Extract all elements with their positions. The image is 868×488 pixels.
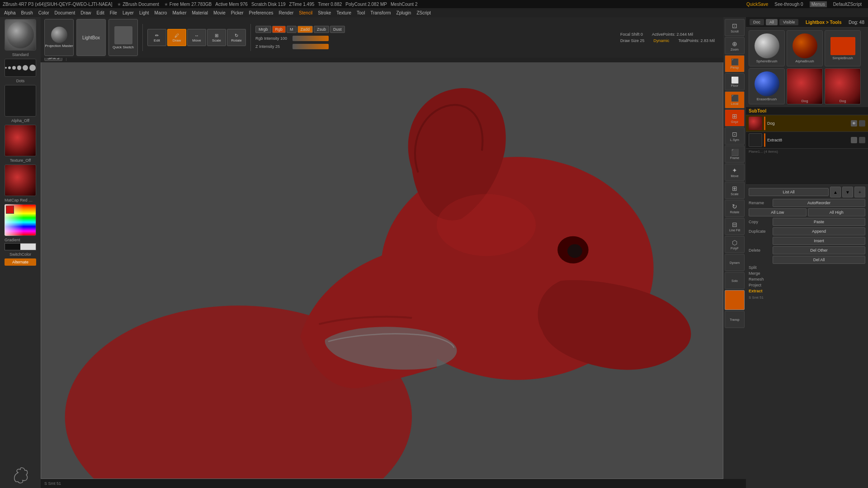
- texture-preview[interactable]: [5, 125, 36, 156]
- m-button[interactable]: M: [287, 26, 297, 33]
- subtool-eye-icon[interactable]: 👁: [851, 120, 857, 127]
- menu-macro[interactable]: Macro: [152, 10, 170, 16]
- zadd-button[interactable]: Zadd: [297, 26, 313, 33]
- z-intensity-slider[interactable]: [292, 44, 329, 49]
- orange-preview-button[interactable]: [725, 290, 745, 310]
- del-other-button[interactable]: Del Other: [773, 246, 865, 254]
- all-tab[interactable]: All: [766, 19, 778, 25]
- gxyz-button[interactable]: ⊞ Gxyz: [725, 109, 745, 127]
- menu-render[interactable]: Render: [277, 10, 296, 16]
- sphere-brush-item[interactable]: SphereBrush: [749, 30, 785, 66]
- menu-document[interactable]: Document: [52, 10, 78, 16]
- line-fill-button[interactable]: ⊟ Line Fill: [725, 218, 745, 235]
- all-high-button[interactable]: All High: [808, 208, 866, 216]
- transp-button[interactable]: Transp: [725, 311, 745, 328]
- dog-thumb-1[interactable]: Dog: [787, 68, 823, 104]
- menu-tool[interactable]: Tool: [354, 10, 367, 16]
- menu-layer[interactable]: Layer: [120, 10, 136, 16]
- list-down-button[interactable]: ▼: [842, 187, 853, 197]
- floor-button[interactable]: ⬜ Floor: [725, 73, 745, 90]
- menu-picker[interactable]: Picker: [229, 10, 246, 16]
- menu-light[interactable]: Light: [137, 10, 151, 16]
- edit-button[interactable]: ✏ Edit: [147, 29, 166, 46]
- menu-brush[interactable]: Brush: [19, 10, 35, 16]
- separator: [142, 24, 143, 51]
- menu-zplugin[interactable]: Zplugin: [394, 10, 414, 16]
- menu-texture[interactable]: Texture: [334, 10, 354, 16]
- frame-button[interactable]: ⬛ Frame: [725, 145, 745, 163]
- dots-preview[interactable]: [5, 59, 36, 77]
- viewport[interactable]: [41, 58, 746, 479]
- eraser-brush-item[interactable]: EraserBrush: [749, 68, 785, 104]
- scroll-button[interactable]: ⊡ Scroll: [725, 19, 745, 36]
- scale-button[interactable]: ⊞ Scale: [207, 29, 226, 46]
- subtool-extract[interactable]: Extract8: [746, 132, 868, 149]
- menu-color[interactable]: Color: [36, 10, 52, 16]
- alternate-button[interactable]: Alternate: [5, 258, 36, 266]
- all-low-button[interactable]: All Low: [749, 208, 807, 216]
- quicksave-btn[interactable]: QuickSave: [746, 2, 768, 7]
- material-preview[interactable]: [5, 164, 36, 196]
- list-add-button[interactable]: +: [854, 187, 865, 197]
- subtool-dog[interactable]: Dog 👁: [746, 115, 868, 132]
- alpha-brush-item[interactable]: AlphaBrush: [787, 30, 823, 66]
- rotate-button[interactable]: ↻ Rotate: [227, 29, 246, 46]
- dynamic-label[interactable]: Dynamic: [654, 38, 670, 43]
- gradient-bar[interactable]: [5, 243, 36, 250]
- move-3d-button[interactable]: ✦ Move: [725, 164, 745, 181]
- see-through[interactable]: See-through 0: [774, 2, 803, 7]
- default-zscript[interactable]: DefaultZScript: [833, 2, 862, 7]
- doc-tab[interactable]: Doc: [750, 19, 764, 25]
- visible-tab[interactable]: Visible: [779, 19, 798, 25]
- paste-button[interactable]: Paste: [773, 218, 865, 226]
- dog-thumb-2[interactable]: Dog: [825, 68, 861, 104]
- solo-button[interactable]: Solo: [725, 272, 745, 289]
- zsub-button[interactable]: Zsub: [314, 26, 329, 33]
- menu-draw[interactable]: Draw: [78, 10, 93, 16]
- auto-reorder-button[interactable]: AutoReorder: [773, 199, 865, 207]
- subtool-extract-lock[interactable]: [859, 137, 865, 143]
- rgb-button[interactable]: Rgb: [272, 26, 286, 33]
- dynam-button[interactable]: Dynam: [725, 254, 745, 271]
- brush-preview[interactable]: [5, 19, 36, 51]
- menu-stencil[interactable]: Stencil: [297, 10, 315, 16]
- menu-alpha[interactable]: Alpha: [2, 10, 18, 16]
- insert-button[interactable]: Insert: [773, 237, 865, 245]
- zoom-button[interactable]: ⊕ Zoom: [725, 37, 745, 54]
- alpha-preview[interactable]: [5, 85, 36, 117]
- list-up-button[interactable]: ▲: [830, 187, 841, 197]
- simple-brush-item[interactable]: SimpleBrush: [825, 30, 861, 66]
- lsym-button[interactable]: ⊡ L.Sym: [725, 127, 745, 145]
- quick-sketch-button[interactable]: Quick Sketch: [108, 19, 138, 56]
- dust-button[interactable]: Dust: [330, 26, 345, 33]
- list-all-button[interactable]: List All: [749, 188, 829, 196]
- menu-stroke[interactable]: Stroke: [316, 10, 333, 16]
- append-button[interactable]: Append: [773, 227, 865, 235]
- color-picker[interactable]: [5, 204, 36, 236]
- menu-transform[interactable]: Transform: [368, 10, 393, 16]
- menu-marker[interactable]: Marker: [170, 10, 189, 16]
- menu-material[interactable]: Material: [190, 10, 211, 16]
- menu-zscript[interactable]: ZScript: [414, 10, 433, 16]
- subtool-dog-thumb: [749, 117, 762, 130]
- mrgb-button[interactable]: Mrgb: [255, 26, 271, 33]
- standard-label: Standard: [12, 52, 29, 57]
- persp-button[interactable]: ⬛ Persp: [725, 55, 745, 72]
- draw-button[interactable]: 🖊 Draw: [167, 29, 186, 46]
- move-button[interactable]: ↔ Move: [187, 29, 206, 46]
- local-button[interactable]: ⬛ Local: [725, 91, 745, 108]
- menu-edit[interactable]: Edit: [94, 10, 107, 16]
- subtool-extract-eye[interactable]: [851, 137, 857, 143]
- menu-file[interactable]: File: [108, 10, 119, 16]
- menus-btn[interactable]: Menus: [810, 1, 827, 7]
- lightbox-button[interactable]: LightBox: [76, 19, 106, 56]
- rgb-intensity-slider[interactable]: [292, 36, 329, 41]
- polyf-button[interactable]: ⬡ PolyF: [725, 236, 745, 253]
- menu-movie[interactable]: Movie: [211, 10, 228, 16]
- scale-3d-button[interactable]: ⊞ Scale: [725, 182, 745, 199]
- del-all-button[interactable]: Del All: [773, 256, 865, 264]
- projection-master-button[interactable]: Projection Master: [44, 19, 74, 56]
- rotate-3d-button[interactable]: ↻ Rotate: [725, 200, 745, 217]
- menu-preferences[interactable]: Preferences: [247, 10, 276, 16]
- subtool-lock-icon[interactable]: [859, 120, 865, 127]
